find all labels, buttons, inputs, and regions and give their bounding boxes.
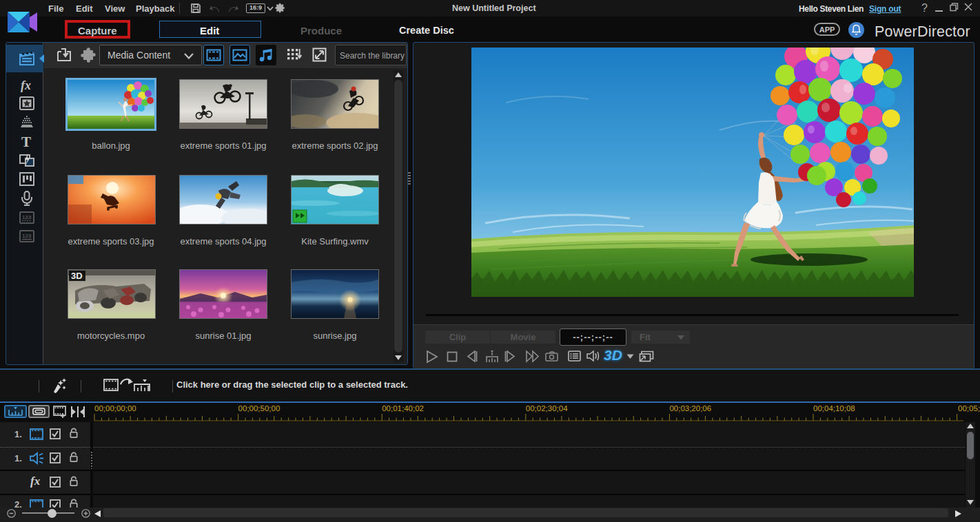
svg-text:T: T [21, 134, 31, 150]
svg-text:fx: fx [21, 79, 31, 92]
svg-text:123: 123 [22, 214, 32, 220]
svg-text:00;03;20;06: 00;03;20;06 [669, 404, 711, 413]
svg-text:00;00;50;00: 00;00;50;00 [238, 404, 280, 413]
svg-text:123: 123 [22, 233, 32, 239]
svg-text:00;02;30;04: 00;02;30;04 [526, 404, 568, 413]
svg-text:00;01;40;02: 00;01;40;02 [382, 404, 424, 413]
svg-text:00;05;00;10: 00;05;00;10 [958, 404, 980, 413]
svg-text:00;04;10;08: 00;04;10;08 [813, 404, 855, 413]
svg-text:3D: 3D [71, 271, 83, 281]
svg-text:00;00;00;00: 00;00;00;00 [94, 404, 136, 413]
